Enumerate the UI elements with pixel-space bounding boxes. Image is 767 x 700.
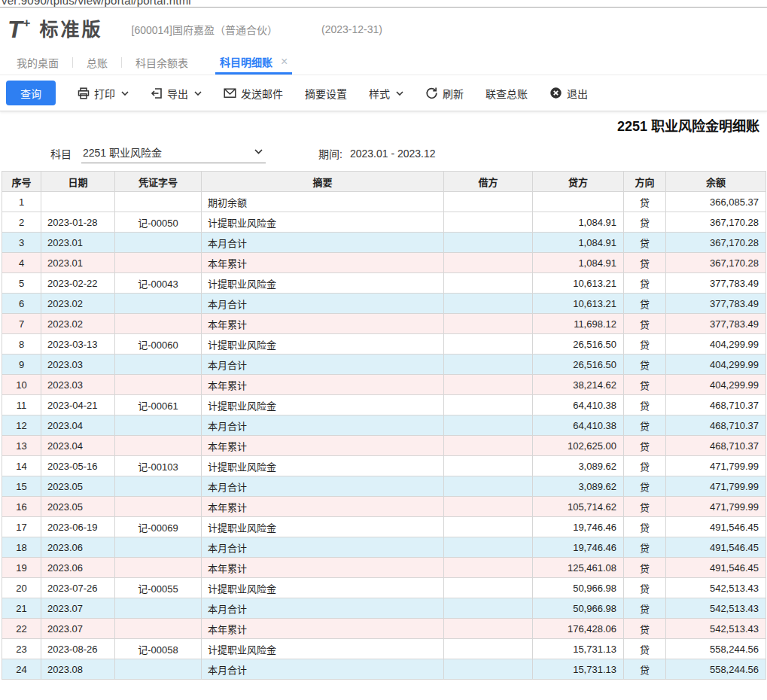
cell-seq: 17 xyxy=(2,517,41,537)
cell-direction: 贷 xyxy=(624,537,666,558)
cell-balance: 468,710.37 xyxy=(666,436,766,456)
cell-direction: 贷 xyxy=(624,334,666,355)
browser-url-text: ver:9090/tplus/view/portal/portal.html xyxy=(0,0,767,7)
cell-seq: 8 xyxy=(2,334,41,355)
cell-voucher-link[interactable] xyxy=(115,537,202,558)
cell-voucher-link[interactable] xyxy=(115,253,202,273)
subject-label: 科目 xyxy=(50,146,72,161)
cell-credit: 1,084.91 xyxy=(533,233,624,253)
cell-direction: 贷 xyxy=(624,598,666,619)
cell-voucher-link[interactable] xyxy=(115,415,202,436)
tab-account-balance[interactable]: 科目余额表 xyxy=(132,50,191,75)
cell-balance: 377,783.49 xyxy=(666,294,766,314)
cell-summary: 计提职业风险金 xyxy=(202,456,444,476)
cell-date: 2023.04 xyxy=(41,436,115,456)
chevron-down-icon xyxy=(194,91,202,96)
cell-date: 2023.05 xyxy=(41,476,115,497)
cell-voucher-link[interactable] xyxy=(115,233,202,253)
cell-seq: 16 xyxy=(2,497,41,517)
tab-general-ledger[interactable]: 总账 xyxy=(84,50,111,75)
cell-voucher-link[interactable]: 记-00055 xyxy=(115,578,202,598)
cell-debit xyxy=(444,355,533,375)
cell-voucher-link[interactable] xyxy=(115,598,202,619)
cell-voucher-link[interactable] xyxy=(115,558,202,578)
cell-seq: 9 xyxy=(2,355,41,375)
exit-button[interactable]: 退出 xyxy=(549,86,588,101)
close-icon[interactable]: × xyxy=(281,56,288,68)
table-row: 15 2023.05 本月合计 3,089.62 贷 471,799.99 xyxy=(2,476,766,497)
cell-summary: 本月合计 xyxy=(202,355,444,375)
ledger-table: 序号 日期 凭证字号 摘要 借方 贷方 方向 余额 1 期初余额 贷 366,0… xyxy=(2,171,766,680)
tab-separator xyxy=(72,57,73,68)
cell-debit xyxy=(444,192,533,212)
print-button[interactable]: 打印 xyxy=(78,86,129,101)
cell-summary: 计提职业风险金 xyxy=(202,578,444,598)
cell-summary: 本年累计 xyxy=(202,253,444,273)
cell-credit: 125,461.08 xyxy=(533,558,624,578)
query-button[interactable]: 查询 xyxy=(6,81,56,105)
cell-seq: 11 xyxy=(2,395,41,415)
chevron-down-icon xyxy=(121,91,129,96)
cell-voucher-link[interactable]: 记-00103 xyxy=(115,456,202,476)
cell-debit xyxy=(444,619,533,639)
cell-direction: 贷 xyxy=(624,436,666,456)
table-row: 11 2023-04-21 记-00061 计提职业风险金 64,410.38 … xyxy=(2,395,766,415)
subject-select[interactable]: 2251 职业风险金 xyxy=(81,145,266,163)
refresh-button[interactable]: 刷新 xyxy=(425,86,464,101)
table-row: 12 2023.04 本月合计 64,410.38 贷 468,710.37 xyxy=(2,415,766,436)
cell-date: 2023-07-26 xyxy=(41,578,115,598)
cell-voucher-link[interactable]: 记-00043 xyxy=(115,273,202,294)
cell-voucher-link[interactable]: 记-00061 xyxy=(115,395,202,415)
cell-voucher-link[interactable] xyxy=(115,355,202,375)
tab-account-detail-active[interactable]: 科目明细账 × xyxy=(215,50,292,75)
cell-summary: 计提职业风险金 xyxy=(202,212,444,233)
chevron-down-icon xyxy=(254,149,263,154)
cell-direction: 贷 xyxy=(624,294,666,314)
cell-balance: 366,085.37 xyxy=(666,192,766,212)
cell-summary: 本年累计 xyxy=(202,314,444,334)
cell-voucher-link[interactable] xyxy=(115,192,202,212)
cell-summary: 本月合计 xyxy=(202,659,444,680)
refresh-icon xyxy=(425,87,438,99)
summary-settings-button[interactable]: 摘要设置 xyxy=(305,86,347,101)
cell-voucher-link[interactable]: 记-00069 xyxy=(115,517,202,537)
cell-voucher-link[interactable] xyxy=(115,314,202,334)
cell-voucher-link[interactable] xyxy=(115,659,202,680)
cell-debit xyxy=(444,476,533,497)
tab-my-desktop[interactable]: 我的桌面 xyxy=(14,50,62,75)
cell-direction: 贷 xyxy=(624,253,666,273)
table-row: 13 2023.04 本年累计 102,625.00 贷 468,710.37 xyxy=(2,436,766,456)
cell-debit xyxy=(444,517,533,537)
cell-credit: 19,746.46 xyxy=(533,537,624,558)
report-head: 2251 职业风险金明细账 科目 2251 职业风险金 期间: 2023.01 … xyxy=(0,111,767,163)
cell-voucher-link[interactable] xyxy=(115,497,202,517)
export-button[interactable]: 导出 xyxy=(151,86,202,101)
cell-seq: 24 xyxy=(2,659,41,680)
cell-date: 2023.03 xyxy=(41,375,115,395)
cell-balance: 377,783.49 xyxy=(666,314,766,334)
cell-credit: 15,731.13 xyxy=(533,659,624,680)
cell-direction: 贷 xyxy=(624,497,666,517)
link-general-ledger-button[interactable]: 联查总账 xyxy=(485,86,528,101)
tab-separator xyxy=(121,57,122,68)
send-email-button[interactable]: 发送邮件 xyxy=(224,86,283,101)
cell-voucher-link[interactable] xyxy=(115,294,202,314)
style-button[interactable]: 样式 xyxy=(369,86,403,101)
accounting-date: (2023-12-31) xyxy=(321,23,382,35)
cell-balance: 404,299.99 xyxy=(666,375,766,395)
cell-voucher-link[interactable]: 记-00060 xyxy=(115,334,202,355)
cell-voucher-link[interactable] xyxy=(115,476,202,497)
cell-voucher-link[interactable] xyxy=(115,619,202,639)
cell-voucher-link[interactable] xyxy=(115,375,202,395)
cell-voucher-link[interactable]: 记-00050 xyxy=(115,212,202,233)
cell-voucher-link[interactable]: 记-00058 xyxy=(115,639,202,659)
cell-voucher-link[interactable] xyxy=(115,436,202,456)
col-voucher: 凭证字号 xyxy=(115,172,202,192)
cell-credit: 64,410.38 xyxy=(533,415,624,436)
cell-seq: 21 xyxy=(2,598,41,619)
cell-credit: 11,698.12 xyxy=(533,314,624,334)
cell-credit: 19,746.46 xyxy=(533,517,624,537)
cell-credit: 102,625.00 xyxy=(533,436,624,456)
tab-bar: 我的桌面 总账 科目余额表 科目明细账 × xyxy=(0,50,767,75)
col-seq: 序号 xyxy=(2,172,41,192)
